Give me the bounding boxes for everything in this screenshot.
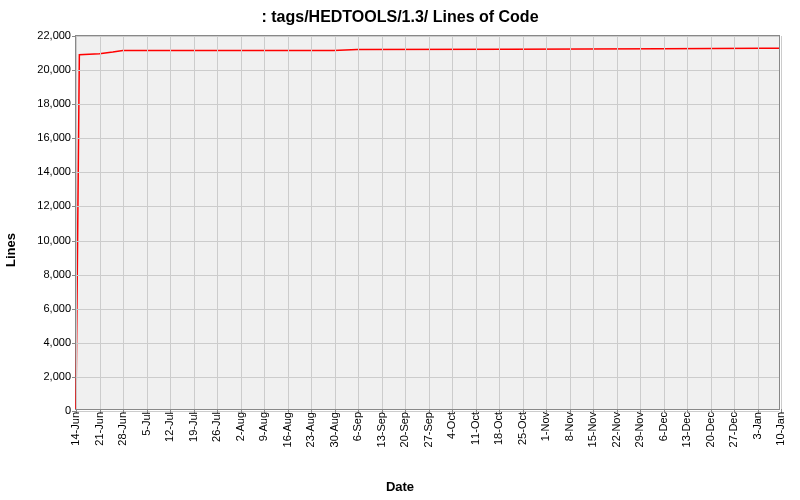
grid-line bbox=[76, 138, 779, 139]
y-tick-label: 4,000 bbox=[43, 336, 71, 348]
x-tick-label: 25-Oct bbox=[516, 412, 528, 445]
x-tick-label: 2-Aug bbox=[234, 412, 246, 441]
x-tick-label: 20-Dec bbox=[704, 412, 716, 447]
grid-line bbox=[405, 36, 406, 409]
x-tick-label: 27-Dec bbox=[727, 412, 739, 447]
x-axis-label: Date bbox=[386, 479, 414, 494]
grid-line bbox=[100, 36, 101, 409]
grid-line bbox=[499, 36, 500, 409]
y-tick-label: 2,000 bbox=[43, 370, 71, 382]
x-tick-label: 13-Sep bbox=[375, 412, 387, 447]
y-tick-label: 8,000 bbox=[43, 268, 71, 280]
grid-line bbox=[76, 70, 779, 71]
grid-line bbox=[664, 36, 665, 409]
grid-line bbox=[170, 36, 171, 409]
x-tick-label: 26-Jul bbox=[210, 412, 222, 442]
grid-line bbox=[711, 36, 712, 409]
line-series bbox=[76, 36, 779, 409]
x-tick-label: 14-Jun bbox=[69, 412, 81, 446]
plot-area bbox=[75, 35, 780, 410]
grid-line bbox=[640, 36, 641, 409]
grid-line bbox=[429, 36, 430, 409]
y-tick-label: 10,000 bbox=[37, 234, 71, 246]
grid-line bbox=[76, 377, 779, 378]
x-tick-label: 5-Jul bbox=[140, 412, 152, 436]
x-tick-label: 29-Nov bbox=[633, 412, 645, 447]
y-tick-label: 22,000 bbox=[37, 29, 71, 41]
grid-line bbox=[687, 36, 688, 409]
x-tick-label: 6-Dec bbox=[657, 412, 669, 441]
x-tick-label: 15-Nov bbox=[586, 412, 598, 447]
grid-line bbox=[734, 36, 735, 409]
x-tick-label: 27-Sep bbox=[422, 412, 434, 447]
grid-line bbox=[76, 309, 779, 310]
x-tick-label: 9-Aug bbox=[257, 412, 269, 441]
grid-line bbox=[76, 206, 779, 207]
grid-line bbox=[758, 36, 759, 409]
x-tick-label: 12-Jul bbox=[163, 412, 175, 442]
x-tick-label: 28-Jun bbox=[116, 412, 128, 446]
grid-line bbox=[452, 36, 453, 409]
x-tick-label: 20-Sep bbox=[398, 412, 410, 447]
grid-line bbox=[76, 343, 779, 344]
grid-line bbox=[358, 36, 359, 409]
grid-line bbox=[76, 36, 77, 409]
grid-line bbox=[264, 36, 265, 409]
grid-line bbox=[241, 36, 242, 409]
x-tick-label: 23-Aug bbox=[304, 412, 316, 447]
grid-line bbox=[147, 36, 148, 409]
grid-line bbox=[288, 36, 289, 409]
x-tick-label: 1-Nov bbox=[539, 412, 551, 441]
grid-line bbox=[617, 36, 618, 409]
y-tick-label: 14,000 bbox=[37, 165, 71, 177]
grid-line bbox=[76, 275, 779, 276]
y-tick-label: 6,000 bbox=[43, 302, 71, 314]
grid-line bbox=[335, 36, 336, 409]
grid-line bbox=[194, 36, 195, 409]
grid-line bbox=[382, 36, 383, 409]
grid-line bbox=[76, 241, 779, 242]
x-tick-label: 16-Aug bbox=[281, 412, 293, 447]
grid-line bbox=[781, 36, 782, 409]
grid-line bbox=[123, 36, 124, 409]
x-tick-label: 10-Jan bbox=[774, 412, 786, 446]
grid-line bbox=[476, 36, 477, 409]
x-tick-label: 13-Dec bbox=[680, 412, 692, 447]
y-axis-label: Lines bbox=[3, 233, 18, 267]
grid-line bbox=[217, 36, 218, 409]
grid-line bbox=[570, 36, 571, 409]
x-tick-label: 3-Jan bbox=[751, 412, 763, 440]
x-tick-label: 4-Oct bbox=[445, 412, 457, 439]
grid-line bbox=[546, 36, 547, 409]
grid-line bbox=[76, 36, 779, 37]
y-tick-label: 18,000 bbox=[37, 97, 71, 109]
grid-line bbox=[76, 104, 779, 105]
x-tick-label: 8-Nov bbox=[563, 412, 575, 441]
x-tick-label: 11-Oct bbox=[469, 412, 481, 445]
y-tick-label: 12,000 bbox=[37, 199, 71, 211]
x-tick-label: 19-Jul bbox=[187, 412, 199, 442]
grid-line bbox=[76, 172, 779, 173]
y-tick-label: 16,000 bbox=[37, 131, 71, 143]
grid-line bbox=[523, 36, 524, 409]
x-tick-label: 22-Nov bbox=[610, 412, 622, 447]
x-tick-label: 30-Aug bbox=[328, 412, 340, 447]
chart-title: : tags/HEDTOOLS/1.3/ Lines of Code bbox=[0, 0, 800, 26]
x-tick-label: 6-Sep bbox=[351, 412, 363, 441]
grid-line bbox=[311, 36, 312, 409]
x-tick-label: 21-Jun bbox=[93, 412, 105, 446]
y-tick-label: 20,000 bbox=[37, 63, 71, 75]
x-tick-label: 18-Oct bbox=[492, 412, 504, 445]
grid-line bbox=[593, 36, 594, 409]
